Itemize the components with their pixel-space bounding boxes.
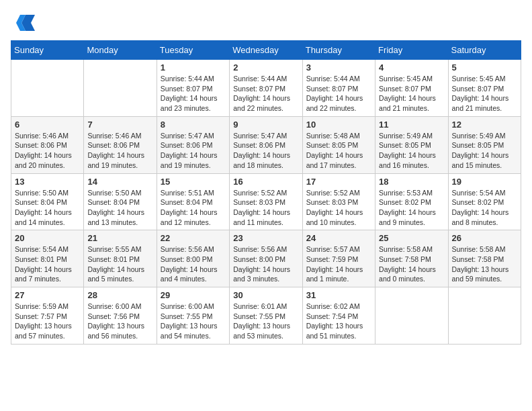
calendar-cell: 8Sunrise: 5:47 AM Sunset: 8:06 PM Daylig… xyxy=(157,116,229,173)
day-content: Sunrise: 5:59 AM Sunset: 7:57 PM Dayligh… xyxy=(15,302,80,341)
day-number: 3 xyxy=(306,62,371,73)
day-content: Sunrise: 5:54 AM Sunset: 8:01 PM Dayligh… xyxy=(15,244,80,284)
calendar-cell: 16Sunrise: 5:52 AM Sunset: 8:03 PM Dayli… xyxy=(230,173,302,230)
calendar-cell: 4Sunrise: 5:45 AM Sunset: 8:07 PM Daylig… xyxy=(375,60,448,117)
day-header-sunday: Sunday xyxy=(11,41,84,60)
day-number: 6 xyxy=(15,120,80,130)
days-header-row: SundayMondayTuesdayWednesdayThursdayFrid… xyxy=(11,41,521,60)
calendar-cell: 26Sunrise: 5:58 AM Sunset: 7:58 PM Dayli… xyxy=(448,230,521,287)
day-number: 17 xyxy=(306,177,371,187)
calendar-cell: 30Sunrise: 6:01 AM Sunset: 7:55 PM Dayli… xyxy=(230,287,302,345)
day-number: 15 xyxy=(161,177,226,187)
day-content: Sunrise: 5:58 AM Sunset: 7:58 PM Dayligh… xyxy=(452,244,517,284)
week-row-5: 27Sunrise: 5:59 AM Sunset: 7:57 PM Dayli… xyxy=(11,287,521,345)
day-content: Sunrise: 5:54 AM Sunset: 8:02 PM Dayligh… xyxy=(452,188,517,228)
day-number: 12 xyxy=(452,120,517,130)
logo xyxy=(11,11,38,35)
day-number: 7 xyxy=(87,120,152,130)
day-number: 27 xyxy=(15,290,80,300)
day-number: 2 xyxy=(233,62,298,73)
day-number: 18 xyxy=(379,177,444,187)
calendar-cell xyxy=(448,287,521,345)
day-content: Sunrise: 5:50 AM Sunset: 8:04 PM Dayligh… xyxy=(15,188,80,228)
day-content: Sunrise: 5:44 AM Sunset: 8:07 PM Dayligh… xyxy=(233,74,298,113)
day-number: 24 xyxy=(306,233,371,243)
day-content: Sunrise: 6:01 AM Sunset: 7:55 PM Dayligh… xyxy=(233,302,298,341)
day-header-friday: Friday xyxy=(375,41,448,60)
calendar-cell: 3Sunrise: 5:44 AM Sunset: 8:07 PM Daylig… xyxy=(302,60,375,117)
page-header xyxy=(11,11,521,35)
calendar-cell xyxy=(84,60,157,117)
calendar-cell: 23Sunrise: 5:56 AM Sunset: 8:00 PM Dayli… xyxy=(230,230,302,287)
day-content: Sunrise: 5:55 AM Sunset: 8:01 PM Dayligh… xyxy=(87,244,152,284)
calendar-cell: 27Sunrise: 5:59 AM Sunset: 7:57 PM Dayli… xyxy=(11,287,84,345)
day-number: 10 xyxy=(306,120,371,130)
day-content: Sunrise: 5:52 AM Sunset: 8:03 PM Dayligh… xyxy=(233,188,298,228)
day-content: Sunrise: 5:57 AM Sunset: 7:59 PM Dayligh… xyxy=(306,244,371,284)
calendar-cell: 14Sunrise: 5:50 AM Sunset: 8:04 PM Dayli… xyxy=(84,173,157,230)
calendar-cell: 2Sunrise: 5:44 AM Sunset: 8:07 PM Daylig… xyxy=(230,60,302,117)
calendar-cell: 29Sunrise: 6:00 AM Sunset: 7:55 PM Dayli… xyxy=(157,287,229,345)
day-content: Sunrise: 5:49 AM Sunset: 8:05 PM Dayligh… xyxy=(379,131,444,171)
day-content: Sunrise: 5:58 AM Sunset: 7:58 PM Dayligh… xyxy=(379,244,444,284)
day-content: Sunrise: 6:00 AM Sunset: 7:55 PM Dayligh… xyxy=(161,302,226,341)
calendar-table: SundayMondayTuesdayWednesdayThursdayFrid… xyxy=(11,40,521,345)
day-header-saturday: Saturday xyxy=(448,41,521,60)
day-number: 29 xyxy=(161,290,226,300)
day-number: 16 xyxy=(233,177,298,187)
calendar-cell: 11Sunrise: 5:49 AM Sunset: 8:05 PM Dayli… xyxy=(375,116,448,173)
calendar-cell xyxy=(11,60,84,117)
day-content: Sunrise: 5:49 AM Sunset: 8:05 PM Dayligh… xyxy=(452,131,517,171)
day-content: Sunrise: 5:52 AM Sunset: 8:03 PM Dayligh… xyxy=(306,188,371,228)
day-content: Sunrise: 5:50 AM Sunset: 8:04 PM Dayligh… xyxy=(87,188,152,228)
day-header-tuesday: Tuesday xyxy=(157,41,229,60)
day-number: 14 xyxy=(87,177,152,187)
day-content: Sunrise: 5:47 AM Sunset: 8:06 PM Dayligh… xyxy=(233,131,298,171)
day-header-thursday: Thursday xyxy=(302,41,375,60)
day-content: Sunrise: 5:56 AM Sunset: 8:00 PM Dayligh… xyxy=(233,244,298,284)
day-header-wednesday: Wednesday xyxy=(230,41,302,60)
day-number: 8 xyxy=(161,120,226,130)
day-content: Sunrise: 5:47 AM Sunset: 8:06 PM Dayligh… xyxy=(161,131,226,171)
day-number: 28 xyxy=(87,290,152,300)
day-number: 21 xyxy=(87,233,152,243)
calendar-cell: 25Sunrise: 5:58 AM Sunset: 7:58 PM Dayli… xyxy=(375,230,448,287)
day-header-monday: Monday xyxy=(84,41,157,60)
day-content: Sunrise: 5:53 AM Sunset: 8:02 PM Dayligh… xyxy=(379,188,444,228)
calendar-cell: 19Sunrise: 5:54 AM Sunset: 8:02 PM Dayli… xyxy=(448,173,521,230)
calendar-cell: 5Sunrise: 5:45 AM Sunset: 8:07 PM Daylig… xyxy=(448,60,521,117)
day-content: Sunrise: 5:48 AM Sunset: 8:05 PM Dayligh… xyxy=(306,131,371,171)
day-number: 31 xyxy=(306,290,371,300)
week-row-2: 6Sunrise: 5:46 AM Sunset: 8:06 PM Daylig… xyxy=(11,116,521,173)
calendar-cell: 15Sunrise: 5:51 AM Sunset: 8:04 PM Dayli… xyxy=(157,173,229,230)
logo-icon xyxy=(11,11,35,35)
day-content: Sunrise: 5:44 AM Sunset: 8:07 PM Dayligh… xyxy=(306,74,371,113)
day-number: 25 xyxy=(379,233,444,243)
day-number: 26 xyxy=(452,233,517,243)
week-row-3: 13Sunrise: 5:50 AM Sunset: 8:04 PM Dayli… xyxy=(11,173,521,230)
calendar-cell: 22Sunrise: 5:56 AM Sunset: 8:00 PM Dayli… xyxy=(157,230,229,287)
calendar-cell: 10Sunrise: 5:48 AM Sunset: 8:05 PM Dayli… xyxy=(302,116,375,173)
day-number: 22 xyxy=(161,233,226,243)
day-content: Sunrise: 5:45 AM Sunset: 8:07 PM Dayligh… xyxy=(452,74,517,113)
calendar-cell: 20Sunrise: 5:54 AM Sunset: 8:01 PM Dayli… xyxy=(11,230,84,287)
day-content: Sunrise: 6:00 AM Sunset: 7:56 PM Dayligh… xyxy=(87,302,152,341)
day-content: Sunrise: 5:46 AM Sunset: 8:06 PM Dayligh… xyxy=(15,131,80,171)
calendar-cell: 28Sunrise: 6:00 AM Sunset: 7:56 PM Dayli… xyxy=(84,287,157,345)
day-number: 1 xyxy=(161,62,226,73)
day-number: 5 xyxy=(452,62,517,73)
day-content: Sunrise: 5:46 AM Sunset: 8:06 PM Dayligh… xyxy=(87,131,152,171)
day-number: 30 xyxy=(233,290,298,300)
calendar-cell: 31Sunrise: 6:02 AM Sunset: 7:54 PM Dayli… xyxy=(302,287,375,345)
calendar-cell: 24Sunrise: 5:57 AM Sunset: 7:59 PM Dayli… xyxy=(302,230,375,287)
day-number: 23 xyxy=(233,233,298,243)
calendar-cell: 9Sunrise: 5:47 AM Sunset: 8:06 PM Daylig… xyxy=(230,116,302,173)
week-row-4: 20Sunrise: 5:54 AM Sunset: 8:01 PM Dayli… xyxy=(11,230,521,287)
day-number: 11 xyxy=(379,120,444,130)
day-content: Sunrise: 5:56 AM Sunset: 8:00 PM Dayligh… xyxy=(161,244,226,284)
day-content: Sunrise: 5:45 AM Sunset: 8:07 PM Dayligh… xyxy=(379,74,444,113)
day-number: 19 xyxy=(452,177,517,187)
calendar-cell: 13Sunrise: 5:50 AM Sunset: 8:04 PM Dayli… xyxy=(11,173,84,230)
calendar-cell: 6Sunrise: 5:46 AM Sunset: 8:06 PM Daylig… xyxy=(11,116,84,173)
calendar-cell: 17Sunrise: 5:52 AM Sunset: 8:03 PM Dayli… xyxy=(302,173,375,230)
